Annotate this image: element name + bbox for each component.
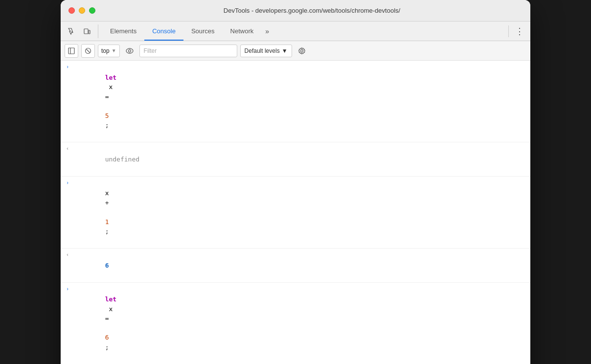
clear-console-button[interactable] <box>81 44 95 58</box>
punctuation: ; <box>105 228 109 235</box>
tab-elements[interactable]: Elements <box>102 22 144 41</box>
console-code[interactable]: let x = 6 ; <box>74 285 526 362</box>
console-row: ‹ undefined <box>61 142 530 177</box>
number: 5 <box>105 112 109 119</box>
minimize-button[interactable] <box>79 7 85 14</box>
svg-point-8 <box>300 49 303 52</box>
console-toolbar: top ▼ Default levels ▼ <box>61 41 530 61</box>
tab-separator <box>508 25 509 37</box>
number: 6 <box>105 334 109 341</box>
window-title: DevTools - developers.google.com/web/too… <box>101 7 523 14</box>
inspect-icon-button[interactable] <box>65 24 78 38</box>
punctuation: ; <box>105 121 109 129</box>
console-row: › let x = 5 ; <box>61 61 530 142</box>
tab-console[interactable]: Console <box>144 22 183 41</box>
device-icon-button[interactable] <box>80 24 94 38</box>
console-code[interactable]: x + 1 ; <box>74 179 526 246</box>
filter-input[interactable] <box>139 45 237 57</box>
svg-point-7 <box>128 49 131 52</box>
svg-rect-2 <box>68 48 74 54</box>
input-arrow: › <box>61 285 74 292</box>
levels-arrow-icon: ▼ <box>282 47 288 54</box>
code-space <box>105 324 109 332</box>
tabs-container: Elements Console Sources Network » <box>102 22 504 41</box>
punctuation: ; <box>105 343 109 351</box>
code-space <box>105 208 109 216</box>
tabbar: Elements Console Sources Network » ⋮ <box>61 22 530 41</box>
traffic-lights <box>68 7 95 14</box>
output-arrow: ‹ <box>61 145 74 152</box>
console-row: › let x = 6 ; <box>61 283 530 364</box>
code-text: x <box>105 305 116 313</box>
svg-point-6 <box>126 48 133 53</box>
input-arrow: › <box>61 179 74 186</box>
svg-rect-0 <box>84 29 88 34</box>
svg-line-5 <box>87 49 90 52</box>
output-value: 6 <box>105 262 109 269</box>
tab-icon-group <box>65 24 98 38</box>
number: 1 <box>105 218 109 226</box>
console-content: › let x = 5 ; ‹ undefined › x + <box>61 61 530 364</box>
tab-network[interactable]: Network <box>223 22 262 41</box>
code-space <box>105 102 109 110</box>
code-text: x <box>105 83 116 91</box>
context-arrow-icon: ▼ <box>112 48 116 53</box>
devtools-menu-button[interactable]: ⋮ <box>513 24 526 38</box>
operator: = <box>105 93 109 100</box>
operator: + <box>105 199 109 206</box>
keyword: let <box>105 74 116 81</box>
tab-sources[interactable]: Sources <box>183 22 223 41</box>
titlebar: DevTools - developers.google.com/web/too… <box>61 0 530 22</box>
devtools-window: DevTools - developers.google.com/web/too… <box>61 0 530 364</box>
svg-rect-1 <box>89 30 90 34</box>
console-code[interactable]: let x = 5 ; <box>74 63 526 139</box>
more-tabs-button[interactable]: » <box>261 22 273 41</box>
settings-button[interactable] <box>295 44 309 58</box>
output-arrow: ‹ <box>61 251 74 258</box>
maximize-button[interactable] <box>89 7 95 14</box>
output-value: undefined <box>105 156 139 163</box>
close-button[interactable] <box>68 7 75 14</box>
console-output: undefined <box>74 145 526 174</box>
live-expression-button[interactable] <box>123 44 136 58</box>
console-row: › x + 1 ; <box>61 177 530 249</box>
input-arrow: › <box>61 63 74 70</box>
code-text: x <box>105 189 113 197</box>
operator: = <box>105 315 109 322</box>
keyword: let <box>105 296 116 303</box>
console-row: ‹ 6 <box>61 249 530 283</box>
console-output: 6 <box>74 251 526 280</box>
context-selector[interactable]: top ▼ <box>98 45 120 57</box>
log-levels-button[interactable]: Default levels ▼ <box>240 45 292 57</box>
sidebar-toggle-button[interactable] <box>65 44 78 58</box>
